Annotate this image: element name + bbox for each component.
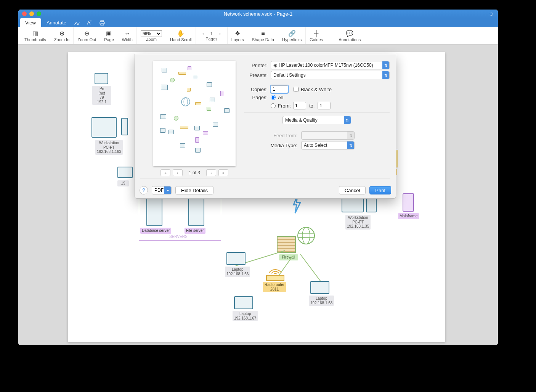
copies-label: Copies: — [244, 87, 271, 92]
laptop1-label: Laptop192.168.1.66 — [225, 267, 250, 277]
svg-rect-1 — [101, 21, 104, 22]
laptop2-label: Laptop192.168.1.67 — [233, 311, 258, 321]
preview-last-button[interactable]: » — [218, 169, 228, 176]
annotations-button[interactable]: 💬 Annotations — [335, 27, 364, 44]
db-server-shape[interactable] — [146, 196, 162, 226]
globe-icon — [297, 226, 316, 245]
help-button[interactable]: ? — [140, 186, 148, 194]
mainframe-label: Mainframe — [398, 213, 419, 219]
layers-icon: ❖ — [235, 30, 240, 37]
feedback-icon[interactable]: ☺ — [489, 11, 494, 17]
fit-width-icon: ↔ — [124, 30, 130, 37]
zoom-in-button[interactable]: ⊕ Zoom In — [50, 27, 74, 44]
from-input[interactable] — [293, 102, 306, 109]
minimize-window-button[interactable] — [29, 11, 34, 16]
cancel-button[interactable]: Cancel — [339, 186, 366, 194]
pages-label: Pages: — [244, 95, 271, 100]
chevron-down-icon: ▾ — [164, 186, 171, 194]
hand-scroll-button[interactable]: ✋ Hand Scroll — [166, 27, 196, 44]
next-page-button[interactable]: › — [217, 31, 223, 37]
thumbnails-button[interactable]: ▥ Thumbnails — [21, 27, 50, 44]
section-select[interactable]: Media & Quality ⇅ — [282, 116, 351, 124]
app-window: Network scheme.vsdx - Page-1 ☺ View Anno… — [18, 10, 498, 345]
device-generic-shape[interactable] — [117, 167, 133, 178]
mode-tabbar: View Annotate — [18, 18, 498, 27]
chevron-updown-icon: ⇅ — [347, 132, 354, 139]
pages-from-radio[interactable] — [271, 103, 276, 108]
workstation2-label: WorkstationPC-PT192.168.1.35 — [345, 215, 371, 230]
mainframe-shape[interactable] — [403, 193, 414, 212]
thumbnails-icon: ▥ — [32, 30, 38, 37]
servers-group-title: SERVERS — [169, 235, 188, 239]
laptop2-shape[interactable] — [234, 296, 253, 309]
pages-all-radio[interactable] — [271, 95, 276, 100]
close-window-button[interactable] — [22, 11, 27, 16]
pages-nav: ‹ 1 › Pages — [196, 27, 228, 44]
shape-data-icon: ≡ — [261, 30, 265, 37]
presets-label: Presets: — [244, 72, 271, 78]
device-generic-label: 19 — [117, 180, 129, 186]
feed-from-label: Feed from: — [244, 133, 301, 138]
printer-label: Printer: — [244, 63, 271, 68]
hide-details-button[interactable]: Hide Details — [175, 186, 213, 194]
presets-select[interactable]: Default Settings ⇅ — [271, 71, 390, 79]
printer-shape[interactable] — [95, 73, 108, 84]
preview-next-button[interactable]: › — [206, 169, 216, 176]
bw-checkbox[interactable] — [294, 87, 298, 92]
workstation1-shape[interactable] — [91, 117, 117, 138]
file-server-shape[interactable] — [188, 196, 204, 226]
copies-input[interactable] — [271, 85, 288, 93]
printer-select[interactable]: ◉HP LaserJet 100 colorMFP M175nw (16CC50… — [271, 61, 390, 69]
tower1-shape[interactable] — [121, 118, 128, 135]
print-button[interactable]: Print — [369, 186, 391, 194]
radiorouter-shape[interactable] — [266, 275, 284, 281]
bw-label: Black & White — [301, 87, 332, 92]
media-type-select[interactable]: Auto Select ⇅ — [301, 141, 355, 149]
hyperlinks-icon: 🔗 — [288, 30, 296, 37]
pages-all-label: All — [278, 95, 283, 100]
signature-icon[interactable] — [72, 19, 84, 27]
firewall-label: Firewall — [279, 254, 298, 260]
feed-from-select: ⇅ — [301, 131, 355, 140]
guides-button[interactable]: ┼ Guides — [306, 27, 327, 44]
tab-annotate[interactable]: Annotate — [41, 18, 72, 27]
radiorouter-label: Radiorouter2811 — [263, 282, 286, 292]
zoom-in-icon: ⊕ — [59, 30, 64, 37]
pdf-menu-button[interactable]: PDF ▾ — [152, 186, 172, 194]
wifi-icon — [268, 265, 283, 275]
db-server-label: Database server — [140, 228, 171, 234]
zoom-window-button[interactable] — [37, 11, 41, 16]
preview-first-button[interactable]: « — [160, 169, 170, 176]
chevron-updown-icon: ⇅ — [382, 71, 389, 79]
shape-data-button[interactable]: ≡ Shape Data — [248, 27, 278, 44]
svg-point-4 — [302, 227, 310, 244]
pen-annotate-icon[interactable] — [84, 19, 96, 27]
tab-view[interactable]: View — [20, 18, 41, 27]
hand-icon: ✋ — [177, 30, 185, 37]
prev-page-button[interactable]: ‹ — [200, 31, 207, 37]
firewall-shape[interactable] — [277, 236, 296, 253]
to-input[interactable] — [318, 102, 331, 109]
current-page: 1 — [208, 31, 215, 36]
layers-button[interactable]: ❖ Layers — [228, 27, 248, 44]
svg-point-8 — [181, 98, 190, 106]
chevron-updown-icon: ⇅ — [382, 61, 389, 69]
window-title: Network scheme.vsdx - Page-1 — [18, 11, 498, 17]
fit-page-button[interactable]: ▣ Page — [100, 27, 118, 44]
print-icon[interactable] — [96, 19, 108, 27]
guides-icon: ┼ — [314, 30, 318, 37]
zoom-select[interactable]: 98% — [141, 30, 162, 37]
fit-width-button[interactable]: ↔ Width — [118, 27, 137, 44]
svg-line-7 — [300, 254, 323, 285]
zoom-out-icon: ⊖ — [84, 30, 89, 37]
laptop3-shape[interactable] — [310, 281, 329, 294]
file-server-label: File server — [185, 228, 205, 234]
hyperlinks-button[interactable]: 🔗 Hyperlinks — [278, 27, 306, 44]
laptop1-shape[interactable] — [226, 252, 246, 265]
print-dialog: « ‹ 1 of 3 › » Printer: ◉HP LaserJet 100… — [135, 54, 396, 199]
preview-page-nav: « ‹ 1 of 3 › » — [153, 169, 236, 176]
chevron-updown-icon: ⇅ — [344, 116, 351, 124]
zoom-out-button[interactable]: ⊖ Zoom Out — [74, 27, 100, 44]
svg-point-9 — [184, 98, 188, 106]
preview-prev-button[interactable]: ‹ — [173, 169, 183, 176]
